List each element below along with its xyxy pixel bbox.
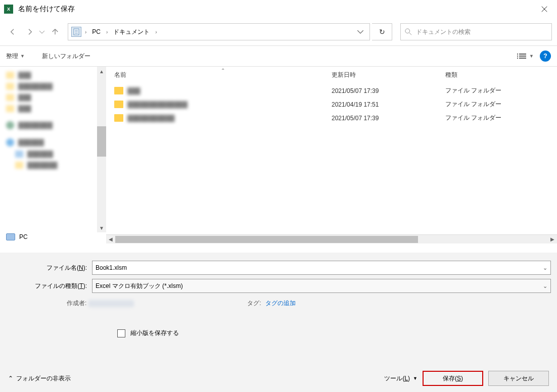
filename-label: ファイル名(N):	[6, 264, 92, 272]
sidebar-item[interactable]: ███	[0, 103, 106, 114]
chevron-down-icon[interactable]: ⌄	[543, 283, 547, 289]
cancel-label: キャンセル	[503, 374, 534, 383]
nav-history-dropdown[interactable]	[39, 28, 45, 35]
filename-value: Book1.xlsm	[96, 264, 127, 271]
folder-icon	[114, 87, 123, 94]
scroll-track[interactable]	[115, 236, 548, 243]
author-label: 作成者:	[67, 299, 86, 308]
row-name: ███████████	[127, 115, 332, 122]
close-button[interactable]	[532, 0, 557, 18]
list-row[interactable]: ███████████ 2021/05/07 17:39 ファイル フォルダー	[106, 111, 557, 125]
sidebar-item-pc[interactable]: PC	[0, 230, 106, 243]
filename-input[interactable]: Book1.xlsm ⌄	[92, 261, 551, 275]
row-date: 2021/04/19 17:51	[332, 101, 445, 108]
chevron-right-icon[interactable]: ›	[153, 29, 159, 35]
horizontal-scrollbar[interactable]: ◀ ▶	[106, 234, 557, 243]
chevron-right-icon[interactable]: ›	[83, 29, 88, 35]
refresh-button[interactable]: ↻	[372, 23, 392, 40]
row-type: ファイル フォルダー	[445, 100, 549, 109]
save-button[interactable]: 保存(S)	[423, 371, 483, 386]
sidebar: ███ ████████ ███ ███ ████████ ██████ ███…	[0, 67, 106, 243]
search-icon	[405, 28, 412, 35]
row-name: ██████████████	[127, 101, 332, 108]
sidebar-item[interactable]: ████████	[0, 81, 106, 92]
author-value	[88, 300, 134, 307]
scroll-right-arrow[interactable]: ▶	[548, 236, 557, 242]
new-folder-label: 新しいフォルダー	[42, 52, 90, 61]
list-header: ⌃ 名前 更新日時 種類	[106, 67, 557, 84]
scroll-down-arrow[interactable]: ▼	[97, 223, 106, 232]
bottom-panel: ファイル名(N): Book1.xlsm ⌄ ファイルの種類(T): Excel…	[0, 253, 557, 392]
sidebar-item[interactable]: ███	[0, 70, 106, 81]
column-name-label: 名前	[114, 71, 126, 78]
list-row[interactable]: ██████████████ 2021/04/19 17:51 ファイル フォル…	[106, 97, 557, 111]
chevron-down-icon: ▼	[413, 376, 417, 381]
tags-label: タグ:	[247, 299, 261, 308]
scroll-thumb[interactable]	[115, 236, 418, 243]
tools-dropdown[interactable]: ツール(L) ▼	[384, 374, 417, 383]
sort-indicator-icon: ⌃	[221, 68, 225, 73]
new-folder-button[interactable]: 新しいフォルダー	[42, 52, 90, 61]
nav-up-button[interactable]	[48, 24, 63, 39]
folder-icon	[114, 114, 123, 122]
titlebar: 名前を付けて保存	[0, 0, 557, 18]
navbar: › PC › ドキュメント › ↻ ドキュメントの検索	[0, 18, 557, 45]
search-input[interactable]: ドキュメントの検索	[400, 23, 552, 40]
hide-folders-label: フォルダーの非表示	[16, 374, 71, 383]
cancel-button[interactable]: キャンセル	[488, 371, 549, 386]
file-list: ⌃ 名前 更新日時 種類 ███ 2021/05/07 17:39 ファイル フ…	[106, 67, 557, 243]
chevron-up-icon: ⌃	[8, 375, 13, 382]
search-placeholder: ドキュメントの検索	[416, 28, 471, 36]
scroll-thumb[interactable]	[97, 126, 106, 157]
svg-point-6	[405, 29, 410, 33]
sidebar-item[interactable]: ████████	[0, 119, 106, 131]
sidebar-pc-label: PC	[19, 233, 28, 240]
chevron-right-icon[interactable]: ›	[104, 29, 110, 35]
sidebar-item[interactable]: ██████	[0, 149, 106, 160]
breadcrumb[interactable]: › PC › ドキュメント ›	[68, 23, 370, 40]
thumbnail-row: 縮小版を保存する	[6, 329, 551, 337]
filetype-row: ファイルの種類(T): Excel マクロ有効ブック (*.xlsm) ⌄	[6, 279, 551, 293]
add-tags-link[interactable]: タグの追加	[265, 299, 296, 308]
chevron-down-icon[interactable]: ⌄	[543, 265, 547, 271]
window-title: 名前を付けて保存	[18, 5, 75, 14]
sidebar-item[interactable]: ██████	[0, 136, 106, 149]
scroll-left-arrow[interactable]: ◀	[106, 236, 115, 242]
sidebar-item[interactable]: ███████	[0, 160, 106, 171]
column-modified[interactable]: 更新日時	[332, 71, 445, 79]
chevron-down-icon: ▼	[20, 54, 25, 59]
organize-label: 整理	[6, 52, 18, 61]
help-button[interactable]: ?	[540, 51, 551, 62]
breadcrumb-expand[interactable]	[354, 28, 366, 35]
save-thumbnail-label: 縮小版を保存する	[130, 329, 179, 337]
nav-forward-button[interactable]	[22, 24, 37, 39]
tools-label: ツール(L)	[384, 374, 410, 383]
filetype-value: Excel マクロ有効ブック (*.xlsm)	[96, 282, 183, 290]
filetype-select[interactable]: Excel マクロ有効ブック (*.xlsm) ⌄	[92, 279, 551, 293]
footer: ⌃ フォルダーの非表示 ツール(L) ▼ 保存(S) キャンセル	[0, 371, 557, 386]
row-date: 2021/05/07 17:39	[332, 87, 445, 94]
breadcrumb-pc[interactable]: PC	[90, 27, 103, 36]
filename-row: ファイル名(N): Book1.xlsm ⌄	[6, 261, 551, 275]
view-options-button[interactable]: ▼	[517, 54, 534, 59]
column-type[interactable]: 種類	[445, 71, 549, 79]
sidebar-scrollbar[interactable]: ▲ ▼	[97, 67, 106, 232]
nav-back-button[interactable]	[5, 24, 20, 39]
save-label: 保存(S)	[443, 374, 463, 383]
hide-folders-button[interactable]: ⌃ フォルダーの非表示	[8, 374, 71, 383]
meta-row: 作成者: タグ: タグの追加	[6, 299, 551, 308]
save-thumbnail-checkbox[interactable]	[117, 329, 125, 337]
body-area: ███ ████████ ███ ███ ████████ ██████ ███…	[0, 67, 557, 243]
organize-menu[interactable]: 整理 ▼	[6, 52, 25, 61]
chevron-down-icon: ▼	[529, 54, 534, 59]
list-row[interactable]: ███ 2021/05/07 17:39 ファイル フォルダー	[106, 84, 557, 97]
folder-icon	[114, 101, 123, 108]
breadcrumb-root-icon[interactable]	[71, 27, 81, 37]
row-name: ███	[127, 87, 332, 94]
breadcrumb-documents[interactable]: ドキュメント	[111, 27, 152, 37]
column-name[interactable]: ⌃ 名前	[114, 71, 332, 79]
excel-icon	[4, 5, 13, 14]
sidebar-item[interactable]: ███	[0, 92, 106, 103]
row-type: ファイル フォルダー	[445, 86, 549, 95]
scroll-up-arrow[interactable]: ▲	[97, 67, 106, 76]
